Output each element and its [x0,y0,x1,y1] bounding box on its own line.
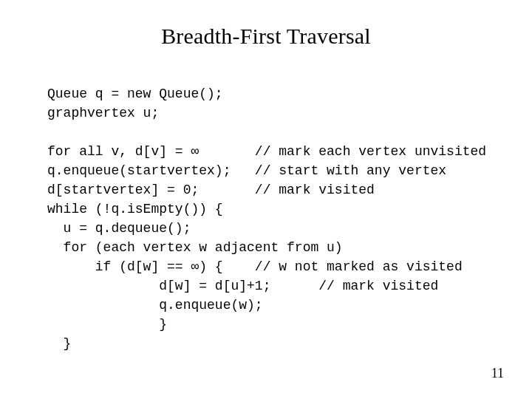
code-line: } [47,317,167,332]
code-block: Queue q = new Queue(); graphvertex u; fo… [47,65,502,353]
code-line: while (!q.isEmpty()) { [47,202,223,216]
code-line: for (each vertex w adjacent from u) [47,240,343,255]
code-line: Queue q = new Queue(); [47,86,223,101]
code-line: q.enqueue(startvertex); // start with an… [47,163,446,178]
slide: Breadth-First Traversal Queue q = new Qu… [0,0,532,399]
code-line: u = q.dequeue(); [47,221,191,236]
code-line: d[startvertex] = 0; // mark visited [47,183,375,197]
code-line: graphvertex u; [47,106,159,120]
code-line: q.enqueue(w); [47,298,263,313]
code-line: d[w] = d[u]+1; // mark visited [47,279,438,293]
code-line: if (d[w] == ∞) { // w not marked as visi… [47,259,463,274]
slide-title: Breadth-First Traversal [0,24,532,49]
code-line: } [47,336,71,351]
code-line: for all v, d[v] = ∞ // mark each vertex … [47,144,486,159]
page-number: 11 [491,366,504,381]
